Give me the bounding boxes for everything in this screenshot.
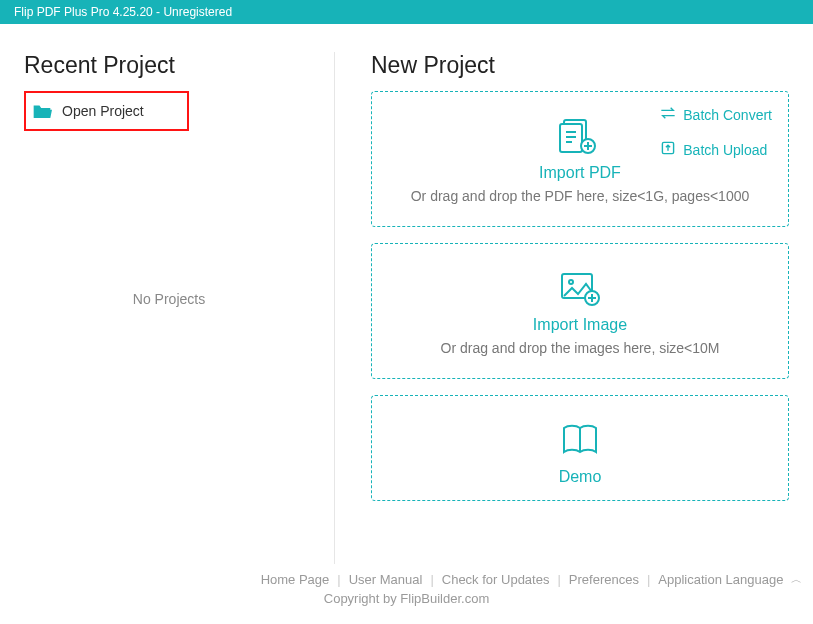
footer-updates-link[interactable]: Check for Updates <box>442 572 550 587</box>
batch-convert-button[interactable]: Batch Convert <box>658 102 774 127</box>
demo-card[interactable]: Demo <box>371 395 789 501</box>
swap-icon <box>660 106 676 123</box>
footer-prefs-link[interactable]: Preferences <box>569 572 639 587</box>
pdf-add-icon <box>558 116 602 156</box>
image-add-icon <box>558 268 602 308</box>
divider: | <box>337 572 340 587</box>
batch-convert-label: Batch Convert <box>683 107 772 123</box>
batch-upload-label: Batch Upload <box>683 142 767 158</box>
book-icon <box>558 420 602 460</box>
import-pdf-title: Import PDF <box>390 164 770 182</box>
no-projects-text: No Projects <box>24 291 314 307</box>
chevron-up-icon: ︿ <box>791 572 802 587</box>
divider: | <box>647 572 650 587</box>
new-project-heading: New Project <box>371 52 789 79</box>
batch-group: Batch Convert Batch Upload <box>658 102 774 162</box>
footer-copyright: Copyright by FlipBuilder.com <box>0 591 813 606</box>
demo-title: Demo <box>390 468 770 486</box>
new-project-panel: New Project Batch Convert Batch Upload <box>334 52 789 564</box>
import-image-title: Import Image <box>390 316 770 334</box>
titlebar: Flip PDF Plus Pro 4.25.20 - Unregistered <box>0 0 813 24</box>
divider: | <box>557 572 560 587</box>
open-project-button[interactable]: Open Project <box>24 91 189 131</box>
footer-home-link[interactable]: Home Page <box>261 572 330 587</box>
import-pdf-sub: Or drag and drop the PDF here, size<1G, … <box>390 188 770 204</box>
batch-upload-button[interactable]: Batch Upload <box>658 137 774 162</box>
open-project-label: Open Project <box>62 103 144 119</box>
footer: Home Page | User Manual | Check for Upda… <box>0 572 813 606</box>
upload-icon <box>660 141 676 158</box>
recent-project-panel: Recent Project Open Project No Projects <box>24 52 334 564</box>
recent-project-heading: Recent Project <box>24 52 314 79</box>
folder-open-icon <box>32 103 52 119</box>
footer-manual-link[interactable]: User Manual <box>349 572 423 587</box>
svg-point-5 <box>569 280 573 284</box>
divider: | <box>430 572 433 587</box>
footer-lang-link[interactable]: Application Language <box>658 572 783 587</box>
titlebar-text: Flip PDF Plus Pro 4.25.20 - Unregistered <box>14 5 232 19</box>
import-image-sub: Or drag and drop the images here, size<1… <box>390 340 770 356</box>
import-image-card[interactable]: Import Image Or drag and drop the images… <box>371 243 789 379</box>
main-content: Recent Project Open Project No Projects … <box>0 24 813 564</box>
import-pdf-card[interactable]: Batch Convert Batch Upload I <box>371 91 789 227</box>
footer-links: Home Page | User Manual | Check for Upda… <box>0 572 813 587</box>
